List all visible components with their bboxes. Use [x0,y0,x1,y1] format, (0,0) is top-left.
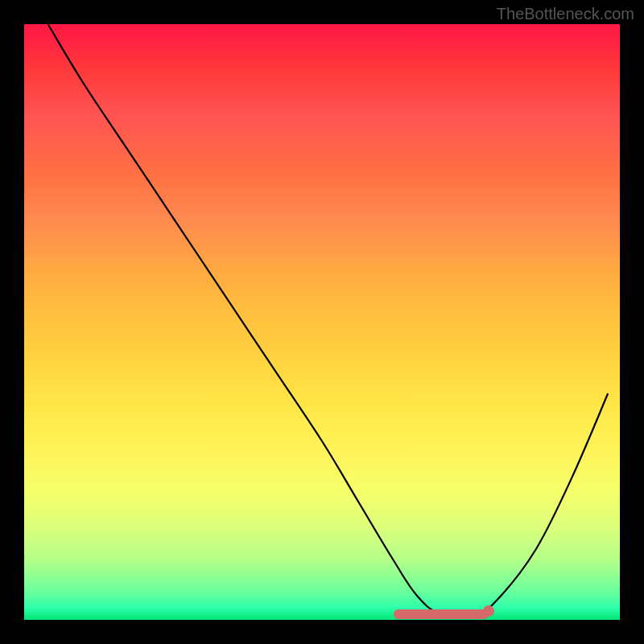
plot-area [24,24,620,620]
watermark-text: TheBottleneck.com [497,5,634,23]
curve-layer [24,24,620,620]
optimal-range-band [394,609,489,619]
bottleneck-curve [48,24,609,617]
optimal-point-dot [483,605,494,617]
